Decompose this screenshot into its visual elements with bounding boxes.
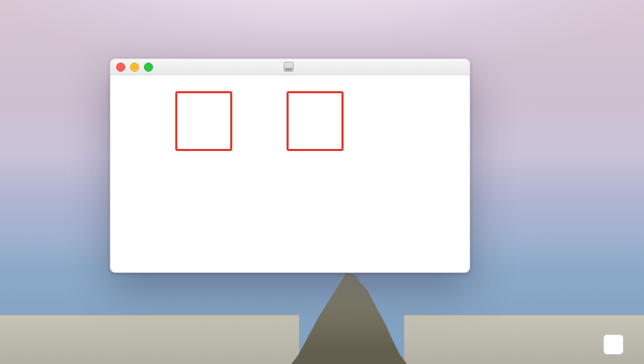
window-title xyxy=(284,62,297,72)
highlight-box-bin xyxy=(175,91,232,151)
highlight-box-cores xyxy=(287,91,344,151)
titlebar[interactable] xyxy=(111,59,469,75)
hd-icon xyxy=(284,62,293,72)
close-button[interactable] xyxy=(116,63,125,72)
desktop xyxy=(0,0,644,364)
rock-formation xyxy=(291,272,407,364)
finder-window[interactable] xyxy=(110,58,470,273)
terrain-left xyxy=(0,315,299,364)
icon-grid xyxy=(111,74,469,81)
traffic-lights xyxy=(116,63,153,72)
zoom-button[interactable] xyxy=(144,63,153,72)
credit xyxy=(604,335,629,354)
minimize-button[interactable] xyxy=(130,63,139,72)
zhihu-logo xyxy=(604,335,623,354)
finder-content[interactable] xyxy=(111,74,469,272)
